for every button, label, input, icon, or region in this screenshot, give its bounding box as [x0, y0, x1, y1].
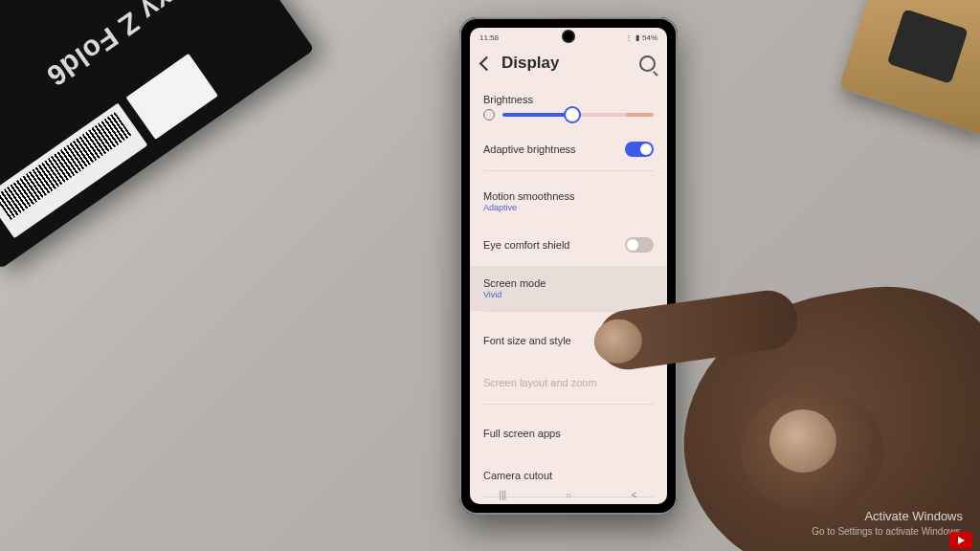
brightness-label: Brightness: [483, 94, 654, 105]
thumb-finger: [741, 388, 884, 513]
back-icon[interactable]: [479, 55, 495, 71]
wifi-icon: ⋮: [625, 33, 633, 42]
setting-row-adaptive-brightness[interactable]: Adaptive brightness: [470, 128, 667, 170]
battery-text: 54%: [642, 33, 657, 42]
search-icon[interactable]: [639, 55, 656, 72]
status-right: ⋮ ▮ 54%: [625, 33, 657, 42]
row-sub: Vivid: [483, 290, 546, 299]
row-label: Motion smoothness: [483, 190, 574, 202]
nav-home[interactable]: ○: [562, 490, 575, 500]
page-title: Display: [501, 54, 630, 73]
brightness-slider-row: [470, 105, 667, 128]
row-label: Screen layout and zoom: [483, 377, 597, 388]
brightness-low-icon: [483, 109, 495, 121]
row-label: Full screen apps: [483, 428, 561, 439]
settings-header: Display: [470, 44, 667, 86]
windows-watermark: Activate Windows Go to Settings to activ…: [812, 508, 963, 538]
punch-hole-camera: [564, 32, 573, 41]
wooden-clamp: [838, 0, 980, 135]
product-box: Galaxy Z Fold6: [0, 0, 314, 269]
brightness-slider[interactable]: [502, 113, 654, 117]
row-label: Screen mode: [483, 277, 546, 289]
watermark-title: Activate Windows: [812, 508, 963, 525]
signal-icon: ▮: [635, 33, 639, 42]
brightness-thumb[interactable]: [564, 106, 581, 123]
label-sticker: [125, 54, 218, 140]
photo-scene: Galaxy Z Fold6 11:58 ⋮ ▮ 54% Display: [0, 0, 980, 551]
row-label: Adaptive brightness: [483, 143, 576, 155]
row-label: Camera cutout: [483, 470, 552, 481]
row-label: Eye comfort shield: [483, 239, 569, 251]
row-sub: Adaptive: [483, 203, 574, 212]
watermark-sub: Go to Settings to activate Windows.: [812, 525, 963, 539]
status-time: 11:58: [479, 33, 499, 42]
youtube-logo-icon: [949, 532, 972, 549]
row-label: Font size and style: [483, 335, 571, 346]
brightness-section: Brightness: [470, 94, 667, 105]
nav-recents[interactable]: |||: [496, 490, 509, 500]
toggle[interactable]: [625, 142, 654, 157]
hand: [616, 216, 980, 551]
barcode-sticker: [0, 103, 147, 239]
